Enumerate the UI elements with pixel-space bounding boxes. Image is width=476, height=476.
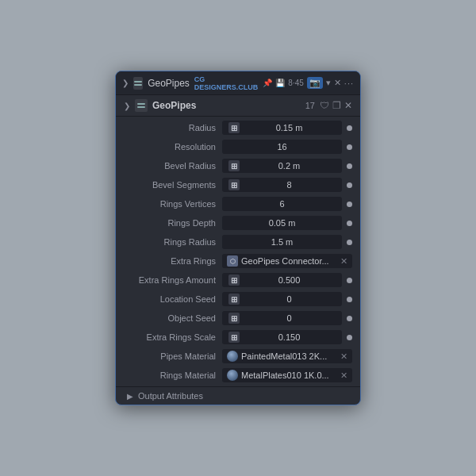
panel-header-chevron-icon[interactable]: ❯ (124, 102, 130, 110)
prop-row-rings-vertices: Rings Vertices 6 (116, 194, 360, 213)
prop-row-object-seed: Object Seed ⊞ 0 (116, 309, 360, 328)
dot-extra-rings-scale (347, 335, 352, 340)
prop-row-rings-material: Rings Material MetalPlates010 1K.0... ✕ (116, 366, 360, 385)
title-bar-chevron-icon[interactable]: ❯ (122, 79, 129, 87)
prop-label-extra-rings: Extra Rings (127, 256, 222, 266)
dot-extra-rings-amount (347, 278, 352, 283)
object-icon-extra-rings: ⬡ (227, 255, 238, 267)
plus-minus-icon-bevel-segments[interactable]: ⊞ (228, 179, 240, 190)
prop-label-bevel-radius: Bevel Radius (127, 161, 222, 171)
prop-value-rings-vertices[interactable]: 6 (222, 197, 342, 211)
panel-header: ❯ GeoPipes 17 🛡 ❐ ✕ (116, 95, 360, 117)
panel-header-title: GeoPipes (152, 100, 301, 111)
prop-value-rings-material[interactable]: MetalPlates010 1K.0... ✕ (222, 368, 352, 382)
prop-label-bevel-segments: Bevel Segments (127, 180, 222, 190)
dot-rings-radius (347, 240, 352, 245)
svg-rect-0 (134, 81, 142, 83)
prop-value-extra-rings-amount[interactable]: ⊞ 0.500 (222, 273, 342, 287)
prop-value-rings-radius[interactable]: 1.5 m (222, 235, 342, 249)
prop-value-pipes-material[interactable]: PaintedMetal013 2K... ✕ (222, 349, 352, 363)
prop-value-radius[interactable]: ⊞ 0.15 m (222, 121, 342, 135)
copy-icon[interactable]: ❐ (332, 100, 341, 111)
shield-icon: 🛡 (320, 100, 329, 111)
rings-material-close-icon[interactable]: ✕ (340, 370, 347, 381)
title-bar-title: GeoPipes (148, 78, 190, 89)
prop-text-bevel-segments: 8 (243, 180, 336, 190)
prop-label-pipes-material: Pipes Material (127, 351, 222, 361)
extra-rings-close-icon[interactable]: ✕ (340, 256, 347, 267)
dots-menu-icon[interactable]: ··· (344, 79, 354, 88)
output-attributes-label: Output Attributes (138, 391, 203, 401)
plus-minus-icon-era[interactable]: ⊞ (228, 274, 240, 286)
output-attributes-chevron-icon (127, 392, 133, 401)
prop-text-rings-material: MetalPlates010 1K.0... (241, 370, 329, 380)
prop-value-extra-rings[interactable]: ⬡ GeoPipes Connector... ✕ (222, 254, 352, 268)
prop-text-extra-rings-scale: 0.150 (243, 332, 336, 342)
prop-text-object-seed: 0 (243, 313, 336, 323)
prop-row-rings-depth: Rings Depth 0.05 m (116, 213, 360, 232)
prop-label-location-seed: Location Seed (127, 294, 222, 304)
title-bar-actions: 📌 💾 8·45 📷 ▾ ✕ ··· (263, 77, 354, 89)
properties-list: Radius ⊞ 0.15 m Resolution 16 Bevel Radi… (116, 117, 360, 386)
dot-bevel-segments (347, 182, 352, 188)
dot-rings-depth (347, 221, 352, 226)
plus-minus-icon-os[interactable]: ⊞ (228, 313, 240, 324)
prop-text-radius: 0.15 m (243, 123, 336, 132)
save-icon[interactable]: 💾 (275, 79, 285, 87)
prop-label-rings-radius: Rings Radius (127, 237, 222, 247)
camera-icon[interactable]: 📷 (307, 77, 323, 89)
prop-row-rings-radius: Rings Radius 1.5 m (116, 232, 360, 251)
prop-value-resolution[interactable]: 16 (222, 140, 342, 154)
prop-row-extra-rings: Extra Rings ⬡ GeoPipes Connector... ✕ (116, 251, 360, 271)
prop-label-rings-material: Rings Material (127, 370, 222, 380)
prop-value-location-seed[interactable]: ⊞ 0 (222, 292, 342, 306)
dot-rings-vertices (347, 202, 352, 207)
prop-row-pipes-material: Pipes Material PaintedMetal013 2K... ✕ (116, 347, 360, 366)
prop-row-extra-rings-scale: Extra Rings Scale ⊞ 0.150 (116, 328, 360, 347)
prop-text-extra-rings: GeoPipes Connector... (241, 256, 329, 266)
pin-icon[interactable]: 📌 (263, 79, 272, 87)
prop-value-extra-rings-scale[interactable]: ⊞ 0.150 (222, 330, 342, 344)
dot-object-seed (347, 316, 352, 321)
output-attributes-section[interactable]: Output Attributes (116, 386, 360, 405)
prop-text-resolution: 16 (228, 142, 336, 152)
panel-close-icon[interactable]: ✕ (344, 100, 352, 111)
plus-minus-icon-ls[interactable]: ⊞ (228, 294, 240, 305)
prop-text-location-seed: 0 (243, 294, 336, 304)
prop-text-rings-vertices: 6 (228, 199, 336, 209)
count-label: 8·45 (288, 79, 303, 87)
svg-rect-2 (137, 103, 145, 105)
plus-minus-icon-ers[interactable]: ⊞ (228, 332, 240, 343)
prop-value-object-seed[interactable]: ⊞ 0 (222, 311, 342, 325)
prop-text-rings-depth: 0.05 m (228, 218, 336, 228)
mat-icon-pipes (227, 351, 238, 362)
prop-label-rings-depth: Rings Depth (127, 218, 222, 228)
svg-rect-1 (134, 84, 142, 86)
geopipes-panel: ❯ GeoPipes CG DESIGNERS.CLUB 📌 💾 8·45 📷 … (115, 71, 361, 405)
prop-value-bevel-segments[interactable]: ⊞ 8 (222, 178, 342, 192)
prop-label-radius: Radius (127, 123, 222, 132)
prop-row-radius: Radius ⊞ 0.15 m (116, 118, 360, 137)
titlebar-chevron-down-icon[interactable]: ▾ (326, 78, 331, 88)
prop-row-bevel-segments: Bevel Segments ⊞ 8 (116, 175, 360, 194)
titlebar-close-icon[interactable]: ✕ (334, 78, 341, 88)
panel-header-icons: 🛡 ❐ ✕ (320, 100, 352, 111)
prop-text-extra-rings-amount: 0.500 (243, 275, 336, 285)
prop-value-bevel-radius[interactable]: ⊞ 0.2 m (222, 159, 342, 173)
panel-header-count: 17 (305, 101, 315, 110)
plus-minus-icon-radius[interactable]: ⊞ (228, 122, 240, 133)
prop-text-rings-radius: 1.5 m (228, 237, 336, 247)
prop-label-extra-rings-scale: Extra Rings Scale (127, 332, 222, 342)
dot-location-seed (347, 297, 352, 302)
dot-bevel-radius (347, 163, 352, 169)
prop-label-resolution: Resolution (127, 142, 222, 152)
prop-row-bevel-radius: Bevel Radius ⊞ 0.2 m (116, 156, 360, 175)
watermark-text: CG DESIGNERS.CLUB (194, 75, 259, 91)
title-bar: ❯ GeoPipes CG DESIGNERS.CLUB 📌 💾 8·45 📷 … (116, 71, 360, 95)
prop-value-rings-depth[interactable]: 0.05 m (222, 216, 342, 230)
dot-radius (347, 125, 352, 131)
pipes-material-close-icon[interactable]: ✕ (340, 351, 347, 362)
mat-icon-rings (227, 370, 238, 381)
plus-minus-icon-bevel-radius[interactable]: ⊞ (228, 160, 240, 171)
panel-header-icon (135, 99, 148, 112)
